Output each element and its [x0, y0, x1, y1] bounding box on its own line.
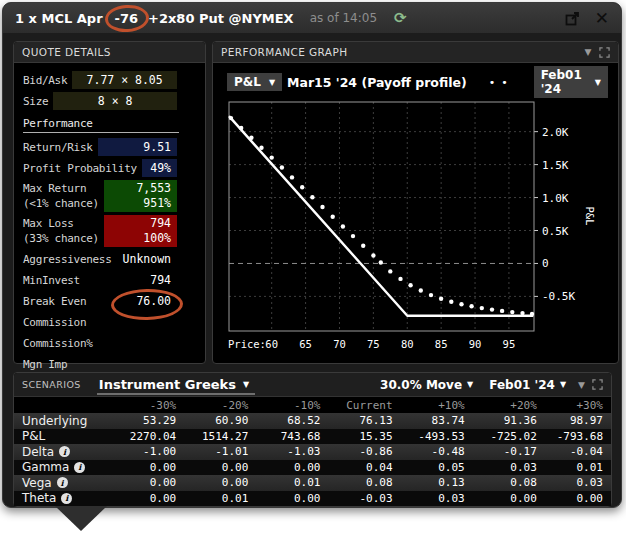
pnl-dot — [510, 310, 514, 314]
info-icon[interactable]: i — [59, 446, 70, 457]
quote-row-value-line1: 794 — [150, 216, 171, 231]
scenario-value-cell: 0.13 — [395, 476, 467, 489]
move-dropdown[interactable]: 30.0% Move ▼ — [380, 378, 473, 392]
instrument-greeks-dropdown[interactable]: Instrument Greeks ▼ — [97, 375, 255, 395]
pnl-dot — [249, 136, 253, 140]
y-axis-label: P&L — [584, 207, 596, 226]
y-tick-label: -0.5K — [542, 290, 575, 303]
scenario-value-cell: 0.01 — [250, 476, 322, 489]
info-icon[interactable]: i — [57, 477, 68, 488]
scenario-col-header: -20% — [178, 399, 250, 412]
quote-row: Size8 × 8 — [14, 92, 205, 110]
scenario-value-cell: 76.13 — [322, 414, 394, 427]
quote-row-value — [98, 334, 177, 352]
performance-controls: P&L ▼ Mar15 '24 (Payoff profile) •• Feb0… — [213, 63, 618, 94]
payoff-profile-label: Mar15 '24 (Payoff profile) — [287, 75, 467, 90]
scenario-col-header: +20% — [467, 399, 539, 412]
close-icon[interactable]: ✕ — [595, 10, 609, 27]
quote-row-value: 49% — [142, 159, 177, 177]
scenario-row-label-text: Delta — [22, 445, 54, 459]
scenario-value-cell: 0.04 — [322, 461, 394, 474]
performance-section-label: Performance — [23, 117, 179, 133]
quote-row: Mgn Imp — [14, 355, 205, 373]
quote-row-label: Size — [23, 92, 48, 110]
info-icon[interactable]: i — [74, 462, 85, 473]
info-icon[interactable]: i — [61, 493, 72, 504]
quote-row-value: 9.51 — [98, 138, 177, 156]
y-tick-label: 2.0K — [542, 126, 569, 139]
expand-icon[interactable] — [592, 379, 603, 390]
scenario-value-cell: -1.01 — [178, 445, 250, 458]
quote-row-label: MinInvest — [23, 271, 80, 289]
scenario-value-cell: 0.00 — [467, 492, 539, 505]
quote-row-value-line2: 951% — [143, 196, 171, 211]
performance-graph-panel: PERFORMANCE GRAPH ▼ P&L ▼ Mar15 '24 (Pay… — [212, 41, 619, 364]
quote-row-value-line1: 7,553 — [136, 181, 171, 196]
scenario-table: -30%-20%-10%Current+10%+20%+30%Underlyin… — [14, 397, 611, 506]
pnl-dot — [530, 312, 534, 316]
pnl-dot — [398, 277, 402, 281]
scenario-header-row: -30%-20%-10%Current+10%+20%+30% — [14, 397, 611, 413]
scenario-row-label: Vegai — [14, 476, 106, 490]
refresh-icon[interactable]: ⟳ — [394, 9, 407, 27]
pager-dots[interactable]: •• — [489, 76, 514, 89]
pnl-dot — [480, 306, 484, 310]
as-of-timestamp: as of 14:05 — [310, 11, 377, 25]
scenario-value-cell: 743.68 — [250, 430, 322, 443]
scenario-date-dropdown-value: Feb01 '24 — [489, 378, 555, 392]
scenario-col-header: -30% — [106, 399, 178, 412]
scenario-row-label: Thetai — [14, 491, 106, 505]
scenario-value-cell: 98.97 — [539, 414, 611, 427]
quote-row-value: Unknown — [117, 250, 177, 268]
x-tick-label: 60 — [265, 338, 278, 350]
graph-date-dropdown[interactable]: Feb01 '24 ▼ — [534, 66, 608, 98]
x-axis-label: Price: — [228, 338, 266, 350]
pnl-dot — [371, 253, 375, 257]
window-tail — [55, 506, 107, 531]
x-tick-label: 65 — [299, 338, 312, 350]
quote-row-value — [91, 313, 177, 331]
popout-icon[interactable] — [565, 11, 580, 26]
scenarios-label: SCENARIOS — [22, 379, 81, 390]
chevron-down-icon[interactable]: ▼ — [585, 47, 592, 57]
quote-row-label-line1: Max Loss — [23, 216, 99, 231]
y-tick-label: 0 — [542, 257, 549, 270]
chevron-down-icon[interactable]: ▼ — [578, 380, 585, 390]
quote-rows: Bid/Ask7.77 × 8.05Size8 × 8PerformanceRe… — [14, 63, 205, 373]
scenario-value-cell: 68.52 — [250, 414, 322, 427]
window-title-circled-strike: -76 — [108, 11, 146, 26]
scenario-row: Gammai0.000.000.000.040.050.030.01 — [14, 460, 611, 476]
pnl-dot — [361, 244, 365, 248]
scenario-col-header: -10% — [250, 399, 322, 412]
scenario-row: Thetai0.000.010.00-0.030.030.000.00 — [14, 491, 611, 507]
quote-row-label: Commission% — [23, 334, 93, 352]
scenario-row: Vegai0.000.000.010.080.130.080.03 — [14, 475, 611, 491]
scenario-value-cell: 0.01 — [539, 461, 611, 474]
quote-row: Return/Risk9.51 — [14, 138, 205, 156]
scenario-value-cell: 0.00 — [250, 461, 322, 474]
quote-row-label: Aggressiveness — [23, 250, 112, 268]
scenarios-panel: SCENARIOS Instrument Greeks ▼ 30.0% Move… — [13, 372, 612, 507]
pnl-dot — [469, 304, 473, 308]
pnl-dot — [379, 260, 383, 264]
scenario-row: Underlying53.2960.9068.5276.1383.7491.36… — [14, 413, 611, 429]
quote-row: Bid/Ask7.77 × 8.05 — [14, 71, 205, 89]
x-tick-label: 75 — [367, 338, 380, 350]
instrument-greeks-dropdown-value: Instrument Greeks — [99, 377, 236, 392]
scenario-date-dropdown[interactable]: Feb01 '24 ▼ — [489, 378, 566, 392]
pnl-dot — [439, 297, 443, 301]
scenario-col-header: Current — [322, 399, 394, 412]
payoff-line — [229, 116, 533, 316]
chevron-down-icon: ▼ — [595, 78, 601, 87]
scenario-value-cell: 0.00 — [106, 461, 178, 474]
quote-row-label-line2: (33% chance) — [23, 231, 99, 246]
pnl-series-dropdown[interactable]: P&L ▼ — [227, 73, 282, 91]
pnl-dot — [259, 146, 263, 150]
scenario-value-cell: -793.68 — [539, 430, 611, 443]
expand-icon[interactable] — [599, 47, 610, 58]
y-tick-label: 1.0K — [542, 192, 569, 205]
performance-chart[interactable]: 2.0K1.5K1.0K0.5K0-0.5KPrice:606570758085… — [214, 98, 612, 358]
scenario-value-cell: -1.00 — [106, 445, 178, 458]
quote-row-value-line2: 100% — [143, 231, 171, 246]
scenario-value-cell: 60.90 — [178, 414, 250, 427]
